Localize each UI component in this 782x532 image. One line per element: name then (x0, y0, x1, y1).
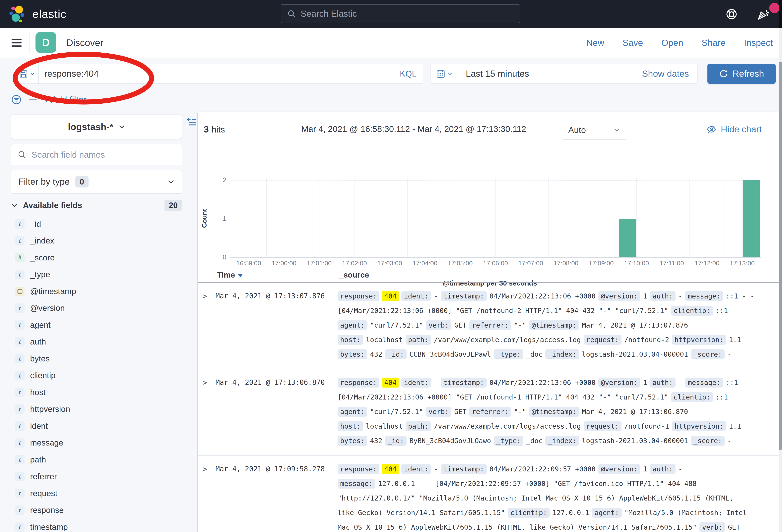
text-field-icon: t (15, 320, 25, 330)
source-field-badge: host: (337, 335, 363, 345)
scrollbar-top-segment[interactable] (779, 0, 782, 28)
time-column-header[interactable]: Time (217, 271, 243, 279)
field-item-host[interactable]: thost (15, 384, 194, 401)
show-dates-button[interactable]: Show dates (642, 69, 697, 79)
refresh-button[interactable]: Refresh (707, 64, 776, 84)
source-field-badge: path: (405, 335, 431, 345)
source-value: "-" (514, 408, 526, 416)
field-item-request[interactable]: trequest (15, 485, 194, 502)
histogram-bar[interactable] (619, 219, 636, 258)
field-item-httpversion[interactable]: thttpversion (15, 401, 194, 418)
available-fields-header[interactable]: Available fields 20 (11, 198, 182, 212)
field-item-version[interactable]: t@version (15, 300, 194, 317)
field-item-bytes[interactable]: tbytes (15, 350, 194, 367)
field-item-ident[interactable]: tident (15, 418, 194, 434)
source-field-badge: message: (685, 291, 723, 301)
text-field-icon: t (15, 405, 25, 414)
field-item-index[interactable]: t_index (15, 232, 194, 250)
row-time: Mar 4, 2021 @ 17:09:58.278 (216, 462, 337, 532)
field-item-timestamp[interactable]: ttimestamp (15, 519, 194, 532)
source-line: [04/Mar/2021:22:13:06 +0000] "GET /notfo… (337, 303, 779, 318)
field-name: path (30, 455, 46, 464)
field-item-path[interactable]: tpath (15, 451, 194, 468)
text-field-icon: t (15, 523, 25, 532)
field-item-response[interactable]: tresponse (15, 502, 194, 519)
saved-query-menu[interactable] (15, 64, 39, 83)
field-name: ident (30, 421, 48, 431)
row-source: response:404ident:-timestamp:04/Mar/2021… (337, 462, 779, 532)
source-value: 127.0.0.1 - - [04/Mar/2021:22:09:57 +000… (378, 480, 697, 488)
discover-app-badge[interactable]: D (35, 32, 56, 53)
field-name: _index (30, 236, 54, 245)
scrollbar-thumb[interactable] (779, 62, 782, 450)
source-value: "http://127.0.0.1/" "Mozilla/5.0 (Macint… (337, 494, 734, 502)
text-field-icon: t (15, 270, 25, 279)
date-quick-menu[interactable] (430, 64, 458, 83)
action-open[interactable]: Open (662, 38, 683, 48)
field-item-clientip[interactable]: tclientip (15, 367, 194, 384)
field-item-auth[interactable]: tauth (15, 334, 194, 350)
menu-icon[interactable] (11, 39, 22, 47)
gridline-vertical (531, 178, 531, 257)
elastic-logo-icon (9, 5, 27, 23)
source-value: ::1 - - (726, 292, 754, 300)
action-new[interactable]: New (586, 38, 604, 48)
filter-by-type-dropdown[interactable]: Filter by type 0 (11, 170, 182, 194)
source-field-badge: verb: (426, 320, 452, 330)
filter-dash (29, 99, 37, 100)
source-value: 1 (643, 465, 647, 473)
source-field-badge: bytes: (337, 349, 367, 359)
field-item-id[interactable]: t_id (15, 216, 194, 232)
main-panel: 3 hits Mar 4, 2021 @ 16:58:30.112 - Mar … (198, 112, 782, 532)
global-search-input[interactable]: Search Elastic (281, 4, 520, 23)
source-field-badge: _score: (691, 349, 724, 359)
gridline-vertical (724, 178, 725, 257)
header-actions: NewSaveOpenShareInspect (586, 28, 773, 58)
field-item-timestamp[interactable]: @timestamp (15, 283, 194, 300)
source-field-badge: @version: (598, 464, 640, 474)
expand-row-icon[interactable]: > (202, 375, 216, 448)
global-search-placeholder: Search Elastic (301, 9, 357, 19)
query-bar[interactable]: response:404 KQL (15, 64, 423, 84)
source-line: host:localhostpath:/var/www/example.com/… (337, 332, 779, 347)
field-item-agent[interactable]: tagent (15, 316, 194, 334)
action-share[interactable]: Share (702, 38, 725, 48)
collapse-sidebar-icon[interactable] (186, 117, 197, 128)
x-axis-tick: 17:11:00 (656, 260, 688, 267)
add-filter-button[interactable]: + Add filter (44, 94, 86, 105)
newsfeed-icon[interactable] (757, 8, 769, 21)
source-line: message:127.0.0.1 - - [04/Mar/2021:22:09… (337, 476, 779, 491)
help-icon[interactable] (725, 8, 738, 20)
action-inspect[interactable]: Inspect (744, 38, 773, 48)
filter-icon[interactable] (11, 94, 22, 105)
calendar-icon (436, 69, 446, 78)
hide-chart-button[interactable]: Hide chart (706, 124, 762, 135)
action-save[interactable]: Save (623, 38, 643, 48)
expand-row-icon[interactable]: > (202, 289, 216, 362)
field-search-input[interactable]: Search field names (11, 144, 182, 165)
scrollbar-track[interactable] (779, 28, 782, 532)
field-item-score[interactable]: #_score (15, 249, 194, 266)
field-name: _score (30, 253, 55, 262)
source-field-badge: response: (337, 291, 380, 301)
field-item-message[interactable]: tmessage (15, 434, 194, 452)
index-pattern-selector[interactable]: logstash-* (11, 115, 182, 139)
field-name: referrer (30, 472, 57, 481)
field-item-referrer[interactable]: treferrer (15, 468, 194, 485)
query-language-button[interactable]: KQL (400, 69, 423, 78)
source-field-badge: timestamp: (441, 291, 487, 301)
text-field-icon: t (15, 472, 25, 481)
query-input[interactable]: response:404 (39, 69, 400, 79)
field-name: @version (30, 303, 65, 313)
histogram-bar[interactable] (743, 180, 759, 257)
y-axis-tick: 0 (214, 253, 226, 261)
interval-select[interactable]: Auto (562, 120, 626, 140)
chevron-down-icon (168, 178, 175, 185)
field-name: auth (30, 337, 46, 346)
field-item-type[interactable]: t_type (15, 266, 194, 283)
y-axis-title: Count (201, 198, 208, 238)
expand-row-icon[interactable]: > (202, 462, 216, 532)
time-range-button[interactable]: Last 15 minutes (458, 69, 642, 79)
hide-chart-label: Hide chart (721, 124, 762, 135)
field-name: httpversion (30, 405, 70, 414)
